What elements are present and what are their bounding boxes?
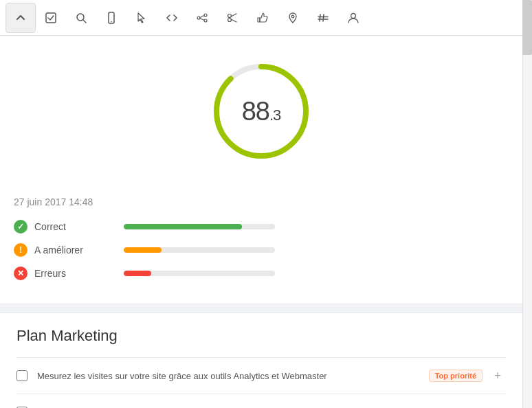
svg-rect-0 bbox=[46, 13, 56, 23]
error-bar-container bbox=[124, 271, 509, 276]
toolbar-person[interactable] bbox=[338, 3, 368, 33]
plan-item-2: Optimisez les Titres de vos pages + bbox=[16, 394, 506, 408]
metric-error: ✕ Erreurs bbox=[14, 267, 509, 280]
warning-bar-container bbox=[124, 247, 509, 253]
metric-warning: ! A améliorer bbox=[14, 243, 509, 257]
error-bar-fill bbox=[124, 271, 151, 276]
toolbar-search[interactable] bbox=[66, 3, 96, 33]
warning-bar-fill bbox=[124, 247, 162, 253]
warning-bar-bg bbox=[124, 247, 275, 253]
metric-correct: ✓ Correct bbox=[14, 220, 509, 234]
svg-line-8 bbox=[200, 15, 204, 17]
toolbar-location[interactable] bbox=[278, 3, 308, 33]
toolbar-thumbup[interactable] bbox=[247, 3, 278, 33]
score-date: 27 juin 2017 14:48 bbox=[14, 196, 522, 207]
scrollbar-thumb[interactable] bbox=[522, 0, 532, 55]
svg-line-12 bbox=[231, 14, 236, 16]
svg-point-7 bbox=[204, 19, 207, 22]
scrollbar[interactable] bbox=[522, 0, 532, 408]
score-decimal: .3 bbox=[269, 106, 280, 124]
plan-title: Plan Marketing bbox=[16, 327, 506, 345]
toolbar-hashtag[interactable] bbox=[308, 3, 338, 33]
toolbar-code[interactable] bbox=[157, 3, 187, 33]
toolbar-network[interactable] bbox=[187, 3, 217, 33]
error-label: Erreurs bbox=[34, 268, 110, 279]
plan-section: Plan Marketing Mesurez les visites sur v… bbox=[0, 313, 522, 408]
plan-add-btn-2[interactable]: + bbox=[489, 404, 506, 408]
plan-add-btn-1[interactable]: + bbox=[489, 367, 506, 384]
error-bar-bg bbox=[124, 271, 275, 276]
correct-label: Correct bbox=[34, 221, 110, 232]
toolbar-up-arrow[interactable] bbox=[5, 3, 36, 33]
svg-point-4 bbox=[111, 21, 112, 22]
svg-point-15 bbox=[291, 15, 294, 18]
svg-line-17 bbox=[323, 14, 324, 21]
plan-item-checkbox-1[interactable] bbox=[16, 370, 27, 381]
error-icon: ✕ bbox=[14, 267, 27, 280]
toolbar-scissors[interactable] bbox=[217, 3, 247, 33]
correct-bar-container bbox=[124, 224, 509, 229]
plan-item: Mesurez les visites sur votre site grâce… bbox=[16, 357, 506, 394]
warning-label: A améliorer bbox=[34, 245, 110, 256]
score-value: 88.3 bbox=[242, 97, 281, 126]
priority-badge-1: Top priorité bbox=[429, 370, 483, 382]
score-circle: 88.3 bbox=[206, 56, 316, 166]
toolbar-checkbox[interactable] bbox=[36, 3, 66, 33]
svg-point-20 bbox=[351, 13, 356, 18]
svg-point-10 bbox=[228, 14, 232, 17]
toolbar-mobile[interactable] bbox=[96, 3, 126, 33]
toolbar bbox=[0, 0, 532, 36]
svg-point-5 bbox=[197, 16, 200, 19]
correct-icon: ✓ bbox=[14, 220, 27, 234]
correct-bar-fill bbox=[124, 224, 242, 229]
svg-line-13 bbox=[231, 19, 236, 22]
toolbar-cursor[interactable] bbox=[126, 3, 157, 33]
score-section: 88.3 bbox=[0, 36, 522, 196]
svg-point-11 bbox=[228, 18, 232, 21]
svg-line-16 bbox=[320, 14, 320, 21]
svg-point-6 bbox=[204, 14, 207, 16]
correct-bar-bg bbox=[124, 224, 275, 229]
warning-icon: ! bbox=[14, 243, 27, 257]
metrics-section: ✓ Correct ! A améliorer ✕ Erreurs bbox=[0, 220, 522, 304]
svg-line-9 bbox=[200, 18, 204, 20]
plan-item-text-1: Mesurez les visites sur votre site grâce… bbox=[37, 371, 422, 381]
svg-rect-14 bbox=[258, 18, 260, 22]
main-content: 88.3 27 juin 2017 14:48 ✓ Correct ! A am… bbox=[0, 36, 522, 408]
svg-line-2 bbox=[83, 20, 86, 23]
score-integer: 88 bbox=[242, 97, 269, 126]
divider-band bbox=[0, 304, 522, 313]
